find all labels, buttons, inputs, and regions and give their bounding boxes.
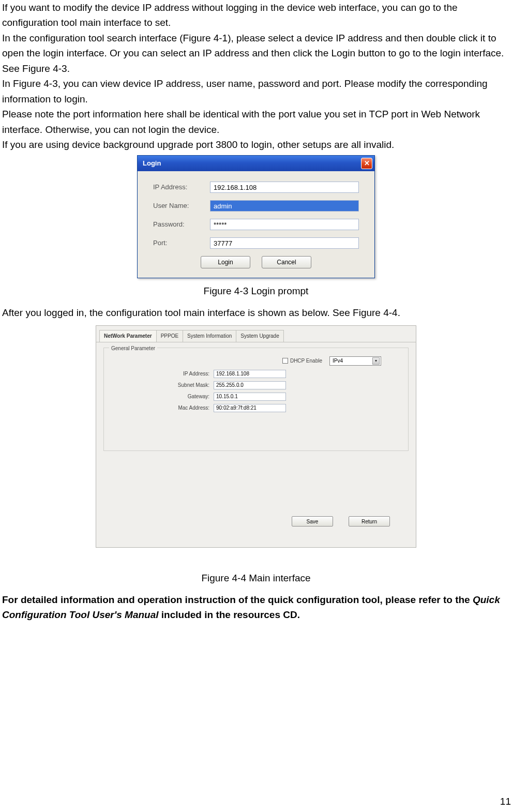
login-body: IP Address: User Name: Password: Port: L… — [138, 171, 374, 278]
cfg-gw-row: Gateway: — [110, 393, 402, 401]
tab-network-parameter[interactable]: NetWork Parameter — [99, 330, 157, 342]
return-button[interactable]: Return — [349, 516, 390, 527]
ip-row: IP Address: — [153, 182, 359, 193]
user-row: User Name: — [153, 200, 359, 212]
login-button-row: Login Cancel — [153, 256, 359, 268]
tab-system-information[interactable]: System Information — [183, 330, 236, 342]
paragraph: In Figure 4-3, you can view device IP ad… — [2, 76, 510, 107]
ip-label: IP Address: — [153, 182, 210, 192]
login-dialog: Login ✕ IP Address: User Name: Password:… — [137, 155, 375, 278]
dhcp-row: DHCP Enable IPv4 ▾ — [110, 356, 402, 366]
dhcp-label: DHCP Enable — [290, 357, 322, 365]
group-title: General Parameter — [109, 344, 157, 353]
login-button[interactable]: Login — [201, 256, 250, 268]
footer-text-c: included in the resources CD. — [159, 609, 300, 620]
chevron-down-icon: ▾ — [372, 357, 380, 365]
cancel-button[interactable]: Cancel — [262, 256, 311, 268]
paragraph: Please note the port information here sh… — [2, 107, 510, 137]
checkbox-icon — [282, 358, 288, 364]
config-bottom-buttons: Save Return — [292, 516, 390, 527]
login-title-text: Login — [143, 158, 161, 169]
paragraph: After you logged in, the configuration t… — [2, 305, 510, 320]
tab-pppoe[interactable]: PPPOE — [156, 330, 183, 342]
cfg-mac-input[interactable] — [214, 404, 286, 412]
port-row: Port: — [153, 237, 359, 249]
cfg-gw-label: Gateway: — [172, 393, 214, 401]
tab-system-upgrade[interactable]: System Upgrade — [236, 330, 283, 342]
password-input[interactable] — [210, 219, 359, 230]
cfg-ip-label: IP Address: — [172, 370, 214, 378]
cfg-ip-row: IP Address: — [110, 370, 402, 378]
cfg-ip-input[interactable] — [214, 370, 286, 378]
dhcp-enable-checkbox[interactable]: DHCP Enable — [282, 357, 322, 365]
login-titlebar: Login ✕ — [138, 156, 374, 171]
config-window: NetWork Parameter PPPOE System Informati… — [96, 325, 416, 548]
save-button[interactable]: Save — [292, 516, 333, 527]
ip-version-select[interactable]: IPv4 ▾ — [329, 356, 381, 366]
figure-4-3-caption: Figure 4-3 Login prompt — [2, 283, 510, 298]
footer-text-a: For detailed information and operation i… — [2, 594, 473, 605]
cfg-gw-input[interactable] — [214, 393, 286, 401]
username-input[interactable] — [210, 200, 359, 212]
close-button[interactable]: ✕ — [361, 158, 372, 169]
figure-4-4-caption: Figure 4-4 Main interface — [2, 570, 510, 585]
password-label: Password: — [153, 219, 210, 230]
password-row: Password: — [153, 219, 359, 230]
general-parameter-group: General Parameter DHCP Enable IPv4 ▾ IP … — [103, 348, 409, 451]
ip-input[interactable] — [210, 182, 359, 193]
cfg-mask-row: Subnet Mask: — [110, 381, 402, 389]
close-icon: ✕ — [364, 158, 370, 169]
paragraph: If you are using device background upgra… — [2, 137, 510, 152]
paragraph: If you want to modify the device IP addr… — [2, 0, 510, 31]
footer-note: For detailed information and operation i… — [2, 592, 510, 623]
paragraph: In the configuration tool search interfa… — [2, 31, 510, 76]
config-tabs: NetWork Parameter PPPOE System Informati… — [96, 326, 416, 342]
user-label: User Name: — [153, 201, 210, 211]
cfg-mask-input[interactable] — [214, 381, 286, 389]
ip-version-value: IPv4 — [333, 357, 343, 365]
port-label: Port: — [153, 238, 210, 248]
cfg-mac-row: Mac Address: — [110, 404, 402, 412]
port-input[interactable] — [210, 237, 359, 249]
cfg-mac-label: Mac Address: — [172, 404, 214, 412]
cfg-mask-label: Subnet Mask: — [172, 381, 214, 389]
